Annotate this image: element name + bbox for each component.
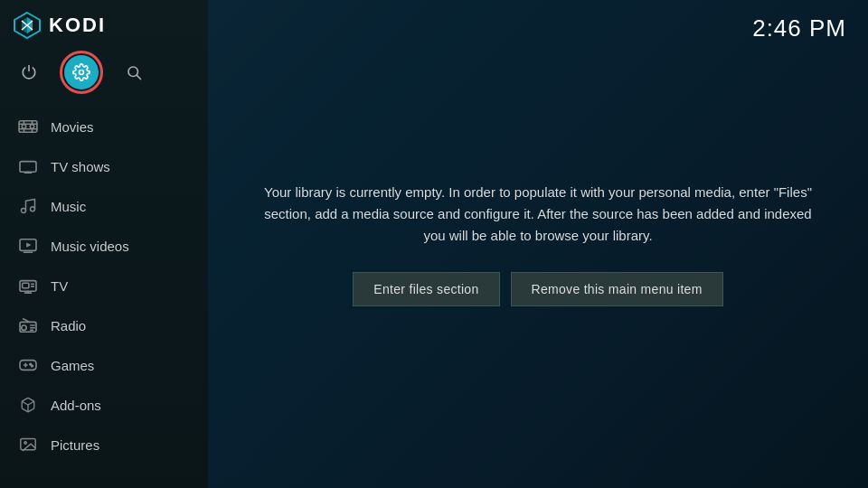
- sidebar-header: KODI: [0, 0, 208, 51]
- sidebar-item-movies-label: Movies: [51, 119, 94, 135]
- sidebar: KODI: [0, 0, 208, 488]
- nav-menu: Movies TV shows Music: [0, 103, 208, 465]
- sidebar-item-games[interactable]: Games: [0, 345, 208, 385]
- library-action-buttons: Enter files section Remove this main men…: [353, 272, 722, 306]
- svg-rect-17: [20, 162, 36, 173]
- svg-point-20: [22, 209, 26, 213]
- sidebar-item-add-ons-label: Add-ons: [51, 398, 101, 413]
- svg-point-5: [80, 70, 84, 75]
- settings-button[interactable]: [64, 55, 99, 89]
- svg-rect-28: [23, 283, 29, 287]
- svg-rect-37: [20, 361, 36, 371]
- enter-files-button[interactable]: Enter files section: [353, 272, 499, 306]
- sidebar-item-movies[interactable]: Movies: [0, 107, 208, 146]
- sidebar-item-pictures[interactable]: Pictures: [0, 425, 208, 465]
- sidebar-item-add-ons[interactable]: Add-ons: [0, 385, 208, 425]
- sidebar-item-music-videos[interactable]: Music videos: [0, 226, 208, 266]
- main-content: 2:46 PM Your library is currently empty.…: [208, 0, 868, 488]
- addons-icon: [18, 395, 38, 415]
- svg-point-21: [31, 207, 35, 211]
- kodi-logo: KODI: [13, 11, 106, 40]
- svg-point-10: [30, 125, 34, 129]
- sidebar-item-radio-label: Radio: [51, 318, 86, 333]
- musicvideos-icon: [18, 236, 38, 256]
- sidebar-item-tv-shows[interactable]: TV shows: [0, 146, 208, 186]
- music-icon: [18, 196, 38, 216]
- svg-marker-23: [26, 242, 31, 247]
- svg-point-33: [22, 325, 26, 330]
- sidebar-item-tv-label: TV: [51, 278, 68, 294]
- tvshows-icon: [18, 156, 38, 176]
- library-empty-message: Your library is currently empty. In orde…: [208, 0, 868, 488]
- sidebar-item-tv-shows-label: TV shows: [51, 159, 110, 174]
- settings-active-border: [60, 51, 103, 94]
- library-description: Your library is currently empty. In orde…: [262, 182, 814, 247]
- sidebar-item-pictures-label: Pictures: [51, 437, 99, 453]
- sidebar-item-music-videos-label: Music videos: [51, 239, 129, 254]
- svg-point-44: [24, 442, 26, 444]
- sidebar-item-radio[interactable]: Radio: [0, 305, 208, 345]
- svg-rect-43: [21, 438, 35, 449]
- svg-line-7: [137, 75, 140, 79]
- sidebar-item-tv[interactable]: TV: [0, 266, 208, 305]
- pictures-icon: [18, 435, 38, 455]
- svg-point-41: [32, 365, 33, 367]
- movies-icon: [18, 117, 38, 136]
- search-button[interactable]: [118, 56, 150, 89]
- remove-menu-item-button[interactable]: Remove this main menu item: [511, 272, 723, 306]
- sidebar-item-music-label: Music: [51, 199, 86, 214]
- games-icon: [18, 355, 38, 375]
- radio-icon: [18, 315, 38, 335]
- power-button[interactable]: [13, 56, 45, 89]
- app-title: KODI: [49, 14, 106, 37]
- top-actions: [0, 51, 208, 103]
- clock: 2:46 PM: [752, 14, 846, 42]
- tv-icon: [18, 276, 38, 296]
- kodi-logo-icon: [13, 11, 42, 40]
- sidebar-item-music[interactable]: Music: [0, 186, 208, 226]
- svg-point-9: [22, 125, 26, 129]
- sidebar-item-games-label: Games: [51, 358, 94, 373]
